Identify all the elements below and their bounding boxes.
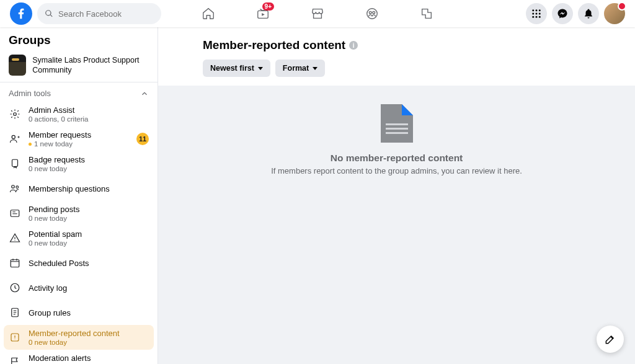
svg-point-8 (536, 13, 538, 15)
user-plus-icon (9, 133, 21, 144)
sidebar-title: Groups (0, 27, 158, 52)
users-icon (9, 183, 21, 194)
svg-point-10 (532, 16, 534, 18)
svg-rect-18 (11, 210, 19, 217)
warning-icon (9, 233, 21, 244)
svg-point-14 (12, 135, 15, 138)
sidebar-item-member-requests[interactable]: Member requests1 new today 11 (4, 127, 154, 151)
nav-groups[interactable] (347, 0, 397, 27)
menu-button[interactable] (526, 3, 547, 24)
nav-gaming[interactable] (402, 0, 451, 27)
calendar-icon (9, 257, 21, 269)
group-header[interactable]: Symalite Labs Product Support Community (0, 52, 158, 82)
sidebar-item-scheduled-posts[interactable]: Scheduled Posts (4, 251, 154, 275)
format-filter[interactable]: Format (275, 60, 325, 77)
report-icon (9, 332, 21, 343)
sidebar-item-pending-posts[interactable]: Pending posts0 new today (4, 201, 154, 226)
sidebar: Groups Symalite Labs Product Support Com… (0, 27, 158, 364)
svg-point-9 (539, 13, 541, 15)
caret-down-icon (258, 67, 263, 70)
group-thumbnail (9, 55, 26, 76)
empty-state-icon (381, 104, 413, 143)
badge-icon (9, 158, 21, 169)
svg-point-13 (14, 113, 17, 116)
nav-watch[interactable]: 9+ (238, 0, 288, 27)
page-title: Member-reported content (203, 38, 345, 52)
svg-point-1 (367, 9, 378, 19)
svg-point-7 (532, 13, 534, 15)
group-name: Symalite Labs Product Support Community (32, 55, 149, 76)
rules-icon (9, 307, 21, 318)
svg-point-4 (532, 9, 534, 11)
chevron-up-icon (140, 89, 149, 98)
pending-icon (9, 208, 21, 219)
search-icon (45, 9, 53, 18)
sidebar-item-group-rules[interactable]: Group rules (4, 300, 154, 325)
svg-rect-15 (12, 159, 18, 166)
svg-point-17 (16, 186, 19, 189)
sidebar-item-membership-questions[interactable]: Membership questions (4, 176, 154, 201)
sidebar-item-potential-spam[interactable]: Potential spam0 new today (4, 226, 154, 251)
gear-icon (9, 109, 21, 120)
search-box[interactable] (37, 3, 161, 24)
sidebar-item-badge-requests[interactable]: Badge requests0 new today (4, 151, 154, 176)
facebook-logo[interactable] (10, 2, 32, 25)
empty-subtitle: If members report content to the group a… (271, 166, 522, 175)
flag-icon (9, 357, 21, 364)
search-input[interactable] (58, 9, 154, 19)
badge-count: 11 (136, 133, 149, 145)
watch-badge: 9+ (262, 2, 274, 11)
notifications-button[interactable] (578, 3, 599, 24)
sidebar-item-activity-log[interactable]: Activity log (4, 275, 154, 300)
caret-down-icon (313, 67, 318, 70)
sidebar-item-admin-assist[interactable]: Admin Assist0 actions, 0 criteria (4, 102, 154, 127)
info-icon[interactable]: i (349, 41, 358, 50)
sort-filter[interactable]: Newest first (203, 60, 270, 77)
messenger-button[interactable] (552, 3, 573, 24)
svg-point-16 (12, 185, 15, 189)
svg-point-11 (536, 16, 538, 18)
clock-icon (9, 282, 21, 293)
admin-tools-header[interactable]: Admin tools (0, 82, 158, 102)
empty-title: No member-reported content (331, 153, 463, 164)
svg-rect-19 (11, 260, 19, 267)
profile-avatar[interactable] (604, 3, 625, 24)
sidebar-item-moderation-alerts[interactable]: Moderation alerts0 new today (4, 350, 154, 364)
svg-point-2 (369, 11, 371, 14)
compose-button[interactable] (597, 326, 624, 353)
sidebar-item-member-reported[interactable]: Member-reported content0 new today (4, 325, 154, 350)
svg-point-3 (373, 11, 375, 14)
svg-point-12 (539, 16, 541, 18)
nav-home[interactable] (184, 0, 233, 27)
nav-marketplace[interactable] (293, 0, 342, 27)
svg-point-6 (539, 9, 541, 11)
svg-point-5 (536, 9, 538, 11)
